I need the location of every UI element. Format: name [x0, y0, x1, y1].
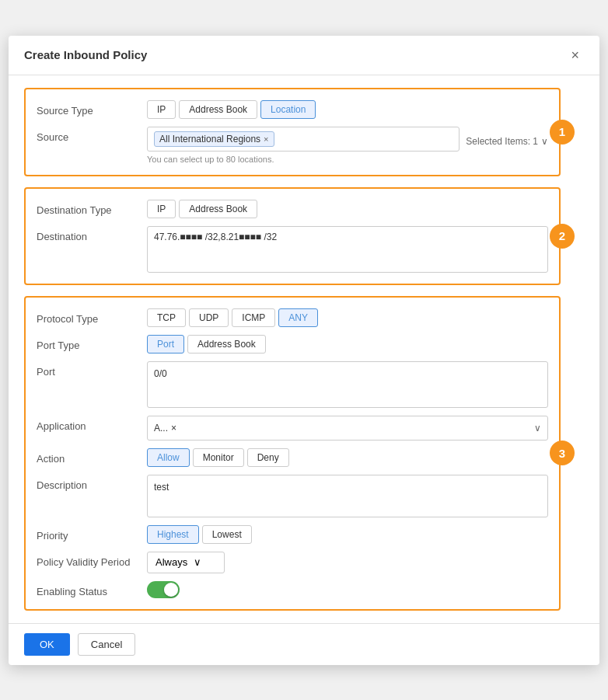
policy-validity-value: Always [155, 556, 187, 568]
selected-items: Selected Items: 1 ∨ [466, 131, 548, 147]
dest-label: Destination [37, 226, 138, 242]
source-hint: You can select up to 80 locations. [147, 155, 548, 164]
description-row: Description test [37, 475, 548, 517]
protocol-type-label: Protocol Type [37, 308, 138, 325]
toggle-knob [164, 583, 178, 597]
source-tag: All International Regions × [154, 131, 274, 147]
dest-input-wrapper: 47.76.■■■■ /32,8.21■■■■ /32 [147, 226, 548, 273]
port-label: Port [37, 361, 138, 378]
priority-lowest-tab[interactable]: Lowest [202, 525, 252, 544]
application-select-wrapper: A... × ∨ [147, 416, 548, 441]
application-tag-text: A... [154, 423, 168, 434]
modal-title: Create Inbound Policy [24, 48, 147, 61]
section-1-box: Source Type IP Address Book Location Sou… [24, 88, 561, 176]
port-value: 0/0 [154, 368, 167, 379]
dest-type-row: Destination Type IP Address Book [37, 200, 548, 218]
dest-input[interactable]: 47.76.■■■■ /32,8.21■■■■ /32 [147, 226, 548, 273]
policy-validity-wrapper: Always ∨ [147, 552, 548, 573]
enabling-status-label: Enabling Status [37, 581, 138, 597]
protocol-tcp-tab[interactable]: TCP [147, 308, 186, 327]
dest-type-addressbook-tab[interactable]: Address Book [179, 200, 257, 218]
section-1-number: 1 [550, 120, 575, 145]
selected-items-text: Selected Items: 1 [466, 136, 538, 147]
protocol-type-tabs: TCP UDP ICMP ANY [147, 308, 548, 327]
section-3-wrapper: Protocol Type TCP UDP ICMP ANY Port Type… [24, 296, 561, 611]
application-row: Application A... × ∨ [37, 416, 548, 441]
application-select[interactable]: A... × ∨ [147, 416, 548, 441]
action-monitor-tab[interactable]: Monitor [193, 448, 244, 467]
port-type-port-tab[interactable]: Port [147, 335, 184, 353]
description-label: Description [37, 475, 138, 491]
source-tag-close-icon[interactable]: × [264, 134, 268, 144]
cancel-button[interactable]: Cancel [78, 633, 135, 656]
port-type-label: Port Type [37, 335, 138, 351]
policy-validity-label: Policy Validity Period [37, 552, 138, 568]
source-type-addressbook-tab[interactable]: Address Book [179, 100, 257, 119]
port-type-row: Port Type Port Address Book [37, 335, 548, 353]
protocol-any-tab[interactable]: ANY [278, 308, 318, 327]
action-label: Action [37, 448, 138, 465]
modal-footer: OK Cancel [9, 623, 599, 665]
ok-button[interactable]: OK [24, 633, 70, 656]
description-input[interactable]: test [147, 475, 548, 517]
protocol-type-row: Protocol Type TCP UDP ICMP ANY [37, 308, 548, 327]
source-row: Source All International Regions × Selec… [37, 127, 548, 164]
section-3-box: Protocol Type TCP UDP ICMP ANY Port Type… [24, 296, 561, 611]
description-value: test [154, 482, 169, 493]
section-2-box: Destination Type IP Address Book Destina… [24, 187, 561, 285]
action-allow-tab[interactable]: Allow [147, 448, 190, 467]
application-label: Application [37, 416, 138, 432]
priority-tabs: Highest Lowest [147, 525, 548, 544]
chevron-down-icon: ∨ [541, 136, 548, 147]
enabling-status-wrapper [147, 581, 548, 598]
port-row: Port 0/0 [37, 361, 548, 408]
dest-value: 47.76.■■■■ /32,8.21■■■■ /32 [154, 232, 277, 242]
application-tag-close-icon[interactable]: × [171, 423, 176, 434]
dest-type-label: Destination Type [37, 200, 138, 216]
enabling-status-toggle[interactable] [147, 581, 180, 598]
create-inbound-policy-modal: Create Inbound Policy × Source Type IP A… [9, 36, 599, 665]
dest-type-ip-tab[interactable]: IP [147, 200, 176, 218]
section-2-number: 2 [550, 224, 575, 249]
modal-header: Create Inbound Policy × [9, 36, 599, 75]
source-type-tabs: IP Address Book Location [147, 100, 548, 119]
modal-body: Source Type IP Address Book Location Sou… [9, 75, 599, 623]
application-chevron-down-icon: ∨ [534, 423, 541, 434]
application-tag: A... × [154, 423, 176, 434]
section-2-wrapper: Destination Type IP Address Book Destina… [24, 187, 561, 285]
source-type-label: Source Type [37, 100, 138, 117]
dest-type-tabs: IP Address Book [147, 200, 548, 218]
port-type-tabs: Port Address Book [147, 335, 548, 353]
port-input[interactable]: 0/0 [147, 361, 548, 408]
section-1-wrapper: Source Type IP Address Book Location Sou… [24, 88, 561, 176]
action-tabs: Allow Monitor Deny [147, 448, 548, 467]
policy-validity-row: Policy Validity Period Always ∨ [37, 552, 548, 573]
source-type-ip-tab[interactable]: IP [147, 100, 176, 119]
action-row: Action Allow Monitor Deny [37, 448, 548, 467]
policy-validity-chevron-icon: ∨ [194, 556, 201, 568]
description-wrapper: test [147, 475, 548, 517]
close-button[interactable]: × [566, 47, 584, 64]
action-deny-tab[interactable]: Deny [247, 448, 289, 467]
dest-row: Destination 47.76.■■■■ /32,8.21■■■■ /32 [37, 226, 548, 273]
source-type-location-tab[interactable]: Location [260, 100, 316, 119]
enabling-status-row: Enabling Status [37, 581, 548, 598]
port-input-wrapper: 0/0 [147, 361, 548, 408]
protocol-icmp-tab[interactable]: ICMP [232, 308, 275, 327]
source-tag-text: All International Regions [159, 134, 260, 145]
source-tag-input[interactable]: All International Regions × [147, 127, 459, 151]
section-3-number: 3 [550, 441, 575, 465]
source-label: Source [37, 127, 138, 143]
priority-highest-tab[interactable]: Highest [147, 525, 199, 544]
port-type-addressbook-tab[interactable]: Address Book [187, 335, 266, 353]
policy-validity-select[interactable]: Always ∨ [147, 552, 225, 573]
priority-label: Priority [37, 525, 138, 542]
priority-row: Priority Highest Lowest [37, 525, 548, 544]
protocol-udp-tab[interactable]: UDP [189, 308, 229, 327]
source-type-row: Source Type IP Address Book Location [37, 100, 548, 119]
